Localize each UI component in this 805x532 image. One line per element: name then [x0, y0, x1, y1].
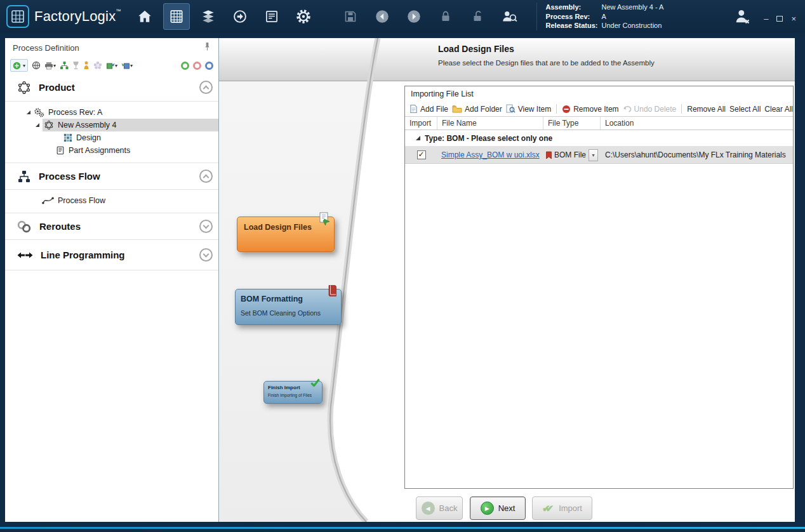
step-title: BOM Formatting [236, 289, 341, 303]
import-cell [405, 147, 437, 163]
save-button[interactable] [337, 3, 364, 30]
column-location[interactable]: Location [601, 117, 793, 130]
design-icon [63, 133, 72, 142]
import-button-toolbar[interactable]: ▾ [121, 60, 133, 71]
forward-button[interactable] [401, 3, 427, 30]
tree-item-part-assignments[interactable]: Part Assignments [5, 144, 218, 157]
navigator-button[interactable] [227, 3, 253, 30]
expand-reroutes-button[interactable] [199, 220, 213, 233]
user-search-icon [500, 8, 518, 25]
home-button[interactable] [131, 3, 158, 30]
org-chart-icon [60, 61, 69, 70]
add-split-button[interactable]: ▾ [10, 59, 28, 72]
maximize-button[interactable] [776, 16, 783, 22]
column-import[interactable]: Import [405, 117, 437, 130]
file-name-link[interactable]: Simple Assy_BOM w uoi.xlsx [441, 150, 540, 159]
panel-title: Process Definition [13, 43, 79, 53]
flower-button[interactable] [93, 60, 102, 71]
step-finish-import[interactable]: Finish Import Finish Importing of Files [263, 381, 323, 404]
group-row-bom[interactable]: Type: BOM - Please select only one [405, 130, 793, 147]
tree-item-assembly[interactable]: New Assembly 4 [5, 119, 218, 131]
unlock-button[interactable] [464, 3, 491, 30]
draw-button[interactable] [32, 60, 41, 71]
stop-ring-icon[interactable] [193, 62, 201, 70]
finish-check-icon [310, 378, 320, 389]
section-process-flow[interactable]: Process Flow [5, 163, 218, 190]
import-button-wizard[interactable]: ✔✔ Import [532, 496, 592, 520]
tree-item-design[interactable]: Design [5, 131, 218, 144]
add-file-label: Add File [420, 105, 448, 114]
collapse-product-button[interactable] [199, 81, 213, 94]
settings-button[interactable] [290, 3, 317, 30]
find-user-button[interactable] [496, 3, 522, 30]
undo-delete-button[interactable]: Undo Delete [623, 105, 677, 114]
process-definition-tab[interactable] [163, 3, 190, 30]
remove-all-button[interactable]: Remove All [687, 105, 726, 114]
select-all-button[interactable]: Select All [729, 105, 761, 114]
print-button[interactable]: ▾ [44, 60, 56, 71]
export-button[interactable]: ▾ [106, 60, 117, 71]
reports-button[interactable] [258, 3, 285, 30]
back-button-wizard[interactable]: ◀ Back [416, 496, 463, 520]
expand-line-programming-button[interactable] [199, 248, 213, 262]
column-file-type[interactable]: File Type [543, 117, 601, 130]
expander-icon[interactable] [36, 123, 39, 127]
lamp-button[interactable] [72, 60, 79, 71]
close-button[interactable]: × [791, 14, 796, 23]
reroutes-icon [17, 220, 32, 233]
tree-item-label: Design [76, 133, 101, 142]
news-icon [263, 8, 280, 25]
logout-user-button[interactable] [732, 7, 752, 26]
import-package-icon [121, 61, 130, 70]
pause-ring-icon[interactable] [205, 62, 213, 70]
pin-icon[interactable] [204, 42, 211, 53]
add-file-button[interactable]: Add File [409, 104, 448, 114]
tree-item-label: Process Rev: A [48, 108, 102, 117]
view-item-button[interactable]: View Item [506, 104, 551, 114]
tree-item-label: Part Assignments [69, 146, 130, 155]
import-checkbox[interactable] [417, 150, 426, 159]
back-label: Back [439, 503, 458, 513]
logo-grid-icon [11, 10, 25, 23]
column-file-name[interactable]: File Name [437, 117, 543, 130]
add-folder-button[interactable]: Add Folder [452, 105, 502, 114]
next-button-wizard[interactable]: ▶ Next [470, 496, 526, 520]
brand-text: FactoryLogix [34, 8, 116, 24]
start-ring-icon[interactable] [181, 62, 189, 70]
app-title: FactoryLogix™ [34, 8, 121, 25]
section-reroutes[interactable]: Reroutes [5, 213, 218, 240]
tree-item-process-flow[interactable]: Process Flow [5, 194, 218, 207]
back-button[interactable] [369, 3, 396, 30]
merge-button[interactable] [60, 60, 69, 71]
materials-button[interactable] [195, 3, 222, 30]
clear-all-label: Clear All [764, 105, 793, 114]
chevron-down-icon [203, 223, 210, 229]
expander-icon[interactable] [27, 110, 30, 114]
user-logout-icon [732, 7, 752, 26]
product-icon [17, 80, 32, 95]
step-load-design-files[interactable]: Load Design Files [237, 216, 335, 252]
section-product[interactable]: Product [5, 74, 218, 102]
process-rev-row: Process Rev:A [546, 12, 664, 22]
file-type-cell: BOM File ▾ [543, 147, 601, 163]
assembly-icon [44, 120, 54, 130]
group-expander-icon[interactable] [416, 136, 420, 140]
remove-item-button[interactable]: Remove Item [562, 105, 618, 114]
collapse-process-flow-button[interactable] [199, 170, 213, 183]
step-subtitle: Finish Importing of Files [264, 390, 322, 397]
back-icon [374, 8, 390, 25]
page-subtitle: Please select the Design files that are … [438, 59, 655, 67]
step-bom-formatting[interactable]: BOM Formatting Set BOM Cleaning Options [235, 289, 342, 325]
person-button[interactable] [83, 60, 90, 71]
lamp-icon [72, 61, 79, 70]
minimize-button[interactable]: – [764, 14, 768, 23]
column-header-row: Import File Name File Type Location [405, 117, 793, 130]
section-line-programming[interactable]: Line Programming [5, 240, 218, 270]
tree-item-process-rev[interactable]: Process Rev: A [5, 106, 218, 119]
file-type-dropdown[interactable]: ▾ [589, 149, 598, 161]
lock-button[interactable] [432, 3, 459, 30]
line-programming-icon [17, 249, 34, 262]
bom-book-icon [327, 284, 338, 300]
table-row[interactable]: Simple Assy_BOM w uoi.xlsx BOM File ▾ C:… [405, 147, 793, 164]
clear-all-button[interactable]: Clear All [764, 105, 793, 114]
